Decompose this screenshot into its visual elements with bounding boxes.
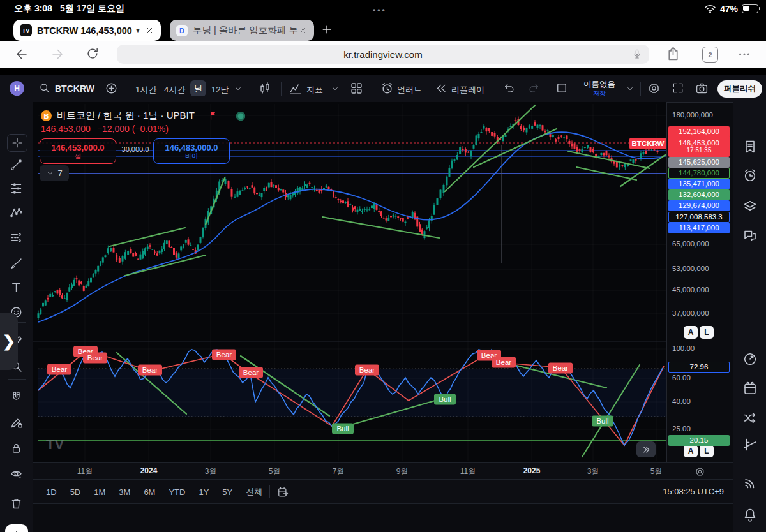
object-count: 7 [57, 168, 62, 178]
new-tab-button[interactable] [320, 23, 333, 36]
price-tick: 100.00 [672, 344, 695, 352]
symbol-badge: BTCKRW [629, 138, 666, 149]
symbol-header[interactable]: B 비트코인 / 한국 원 · 1날 · UPBIT [41, 110, 245, 122]
range-5D-button[interactable]: 5D [70, 487, 81, 497]
snapshot-camera-icon[interactable] [695, 82, 709, 95]
close-tab-icon[interactable] [298, 26, 308, 35]
tool-brush-icon[interactable] [10, 256, 24, 270]
status-date: 5월 17일 토요일 [60, 3, 124, 15]
interval-menu-chevron-icon[interactable] [234, 84, 243, 93]
search-icon[interactable] [38, 82, 51, 94]
tab-tradingview[interactable]: TV BTCKRW 146,453,000 ▼ [13, 20, 161, 41]
sidebar-bell-icon[interactable] [742, 507, 758, 522]
sidebar-layers-icon[interactable] [742, 199, 758, 214]
maximize-pane-button[interactable] [636, 441, 656, 457]
range-6M-button[interactable]: 6M [144, 487, 155, 497]
svg-text:Bear: Bear [359, 366, 375, 374]
fullscreen-icon[interactable] [672, 82, 684, 94]
interval-1d-button-selected[interactable]: 날 [190, 80, 206, 96]
back-button[interactable] [14, 47, 29, 62]
tab-tooding[interactable]: D 투딩 | 올바른 암호화폐 투자의 [170, 20, 314, 41]
address-bar[interactable]: kr.tradingview.com [117, 45, 649, 64]
tool-forecast-icon[interactable] [10, 231, 24, 245]
sell-button[interactable]: 146,453,000.0 셀 [40, 138, 116, 164]
layout-name[interactable]: 이름없음 [576, 79, 623, 90]
range-1D-button[interactable]: 1D [46, 487, 57, 497]
publish-button[interactable]: 퍼블리쉬 [717, 80, 762, 98]
tab-switcher-button[interactable]: 2 [702, 47, 718, 63]
symbol-search-button[interactable]: BTCKRW [55, 84, 94, 94]
tool-xabcd-icon[interactable] [10, 206, 24, 220]
interval-12m-button[interactable]: 12달 [211, 84, 229, 96]
replay-button[interactable]: 리플레이 [451, 84, 484, 96]
range-1M-button[interactable]: 1M [94, 487, 105, 497]
layout-grid-icon[interactable] [350, 82, 363, 95]
sidebar-chat-icon[interactable] [742, 228, 758, 244]
sidebar-arcs-icon[interactable] [742, 475, 758, 491]
sidebar-slope-icon[interactable] [742, 437, 758, 452]
favorites-star-button[interactable] [5, 524, 28, 532]
drawer-toggle-button[interactable]: ❯ [0, 313, 18, 370]
tool-trendline-icon[interactable] [10, 158, 24, 172]
right-sidebar [733, 102, 766, 532]
tool-text-icon[interactable] [10, 281, 24, 295]
redo-button[interactable] [527, 82, 540, 94]
reload-button[interactable] [86, 47, 100, 61]
price-label: 145,625,000 [668, 157, 730, 168]
tool-eye-icon[interactable] [10, 467, 24, 481]
chart-canvas[interactable]: BearBearBearBearBearBearBearBullBullBear… [33, 102, 666, 462]
time-axis[interactable]: 11월20243월5월7월9월11월20253월5월 [33, 462, 733, 480]
indicators-button[interactable]: 지표 [306, 84, 323, 96]
sidebar-watchlist-icon[interactable] [742, 139, 758, 154]
tool-fib-icon[interactable] [10, 182, 24, 196]
forward-button[interactable] [50, 47, 65, 62]
sidebar-radar-icon[interactable] [742, 351, 758, 367]
layout-select-icon[interactable] [555, 82, 568, 94]
tool-lock-icon[interactable] [10, 441, 24, 455]
buy-button[interactable]: 146,483,000.0 바이 [153, 138, 230, 164]
tab-dropdown-icon[interactable]: ▼ [135, 27, 141, 34]
settings-gear-icon[interactable] [647, 82, 661, 95]
flag-icon[interactable] [209, 110, 220, 121]
save-button[interactable]: 저장 [576, 89, 623, 98]
layout-chevron-icon[interactable] [626, 84, 635, 93]
axis-settings-gear-icon[interactable] [695, 466, 705, 477]
indicators-chevron-icon[interactable] [331, 84, 340, 93]
price-tick: 60.00 [672, 374, 691, 381]
sidebar-calendar-icon[interactable] [742, 381, 758, 396]
tool-magnet-icon[interactable] [10, 390, 24, 404]
share-button[interactable] [665, 46, 681, 62]
alert-button[interactable]: 얼러트 [397, 84, 422, 96]
range-1Y-button[interactable]: 1Y [199, 487, 209, 497]
range-3M-button[interactable]: 3M [119, 487, 130, 497]
user-avatar[interactable]: H [10, 81, 24, 96]
compare-add-icon[interactable] [105, 82, 118, 95]
interval-1h-button[interactable]: 1시간 [135, 84, 156, 96]
close-tab-icon[interactable] [145, 26, 154, 35]
replay-icon[interactable] [435, 82, 447, 94]
time-tick: 5월 [650, 466, 663, 477]
symbol-title[interactable]: 비트코인 / 한국 원 · 1날 · UPBIT [57, 110, 195, 122]
alert-icon[interactable] [380, 82, 394, 95]
time-tick: 7월 [333, 466, 345, 477]
tool-crosshair-icon[interactable] [7, 134, 27, 152]
chart-type-icon[interactable] [258, 82, 272, 96]
price-axis[interactable]: 180,000,00065,000,00053,000,00045,000,00… [666, 102, 733, 462]
tool-pencil-lock-icon[interactable] [10, 416, 24, 430]
interval-4h-button[interactable]: 4시간 [164, 84, 185, 96]
go-to-date-icon[interactable] [277, 486, 289, 498]
tool-trash-icon[interactable] [10, 497, 24, 511]
sidebar-alarm-icon[interactable] [742, 168, 758, 183]
market-status-dot-icon[interactable] [236, 112, 245, 121]
status-bar: 오후 3:08 5월 17일 토요일 ••• 47% [0, 0, 766, 18]
range-전체-button[interactable]: 전체 [246, 486, 262, 498]
mic-icon[interactable] [631, 48, 643, 60]
clock-utc[interactable]: 15:08:25 UTC+9 [663, 487, 724, 496]
undo-button[interactable] [503, 82, 516, 94]
browser-more-button[interactable] [737, 47, 751, 61]
object-tree-toggle[interactable]: 7 [40, 165, 69, 181]
sidebar-compare-icon[interactable] [742, 410, 758, 425]
range-5Y-button[interactable]: 5Y [222, 487, 232, 497]
indicators-icon[interactable] [289, 82, 303, 96]
range-YTD-button[interactable]: YTD [169, 487, 185, 497]
